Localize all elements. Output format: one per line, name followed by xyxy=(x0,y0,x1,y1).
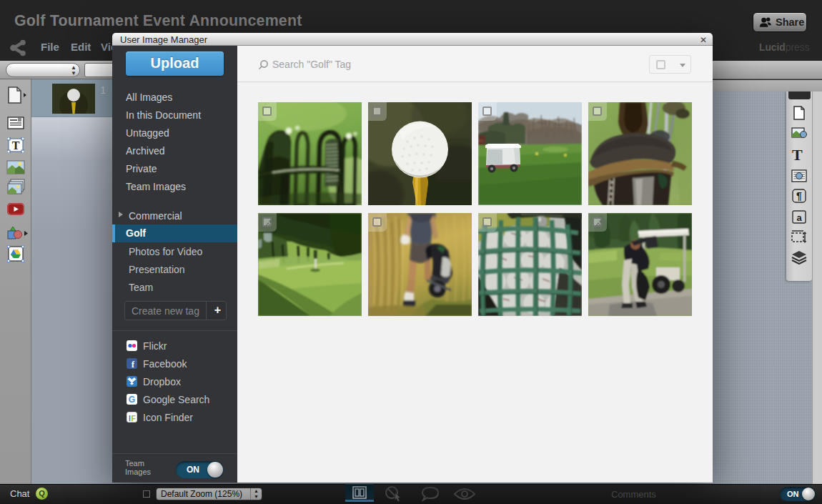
svg-text:a: a xyxy=(796,212,802,223)
svg-text:T: T xyxy=(12,139,20,152)
svg-text:¶: ¶ xyxy=(796,190,802,202)
svg-text:G: G xyxy=(129,395,135,405)
svg-text:F: F xyxy=(132,415,136,423)
svg-text:f: f xyxy=(132,359,135,369)
